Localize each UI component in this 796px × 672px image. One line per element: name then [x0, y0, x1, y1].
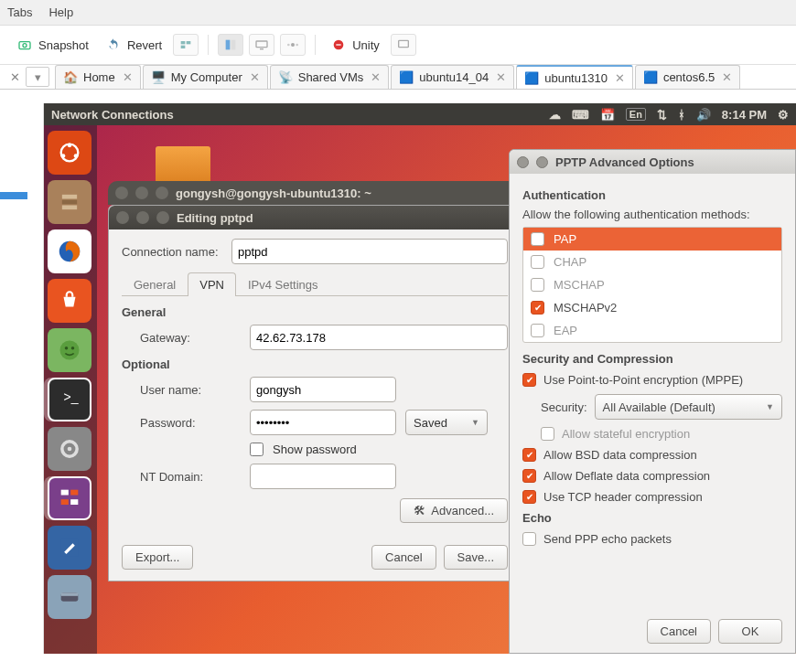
- export-button[interactable]: Export...: [122, 545, 193, 570]
- gateway-input[interactable]: [250, 325, 508, 350]
- advanced-label: Advanced...: [431, 504, 494, 517]
- auth-eap[interactable]: EAP: [523, 319, 781, 342]
- bluetooth-icon[interactable]: ᚼ: [678, 108, 685, 122]
- settings-icon[interactable]: [48, 427, 91, 471]
- bsd-checkbox[interactable]: ✔: [522, 448, 536, 462]
- software-center-icon[interactable]: [48, 279, 91, 323]
- sidebar-close-icon[interactable]: ✕: [4, 70, 26, 84]
- gear-icon[interactable]: ⚙: [778, 108, 789, 122]
- view-cycle-button[interactable]: [280, 34, 306, 56]
- deflate-checkbox[interactable]: ✔: [522, 469, 536, 483]
- window-close-icon[interactable]: [115, 187, 128, 199]
- terminal-icon[interactable]: >_: [48, 378, 91, 421]
- pptp-advanced-window: PPTP Advanced Options Authentication All…: [509, 149, 796, 654]
- window-minimize-icon[interactable]: [536, 156, 548, 168]
- adv-ok-button[interactable]: OK: [718, 619, 782, 644]
- view-fullscreen-button[interactable]: [218, 34, 243, 56]
- svg-rect-2: [181, 41, 186, 44]
- keyboard-icon[interactable]: ⌨: [572, 108, 589, 122]
- nt-domain-input[interactable]: [250, 464, 396, 489]
- window-minimize-icon[interactable]: [135, 187, 148, 199]
- close-icon[interactable]: ✕: [496, 70, 506, 84]
- stateful-checkbox[interactable]: [541, 427, 554, 441]
- auth-pap[interactable]: PAP: [523, 228, 781, 251]
- tab-mycomputer[interactable]: 🖥️ My Computer ✕: [143, 65, 268, 89]
- menu-help[interactable]: Help: [48, 5, 73, 19]
- tcp-checkbox[interactable]: ✔: [522, 490, 536, 504]
- tab-vpn[interactable]: VPN: [188, 272, 236, 296]
- password-label: Password:: [140, 416, 241, 430]
- security-combo[interactable]: All Available (Default) ▼: [595, 394, 782, 420]
- auth-mschapv2[interactable]: ✔ MSCHAPv2: [523, 296, 781, 319]
- window-maximize-icon[interactable]: [156, 211, 169, 224]
- username-input[interactable]: [250, 377, 396, 402]
- panel-title: Network Connections: [51, 108, 549, 122]
- chevron-down-icon: ▼: [766, 402, 774, 411]
- close-icon[interactable]: ✕: [615, 71, 625, 85]
- unity-launcher: >_: [44, 125, 97, 654]
- calendar-icon[interactable]: 📅: [600, 108, 615, 122]
- vm-icon: 🟦: [643, 70, 658, 85]
- cancel-button[interactable]: Cancel: [371, 545, 436, 570]
- password-storage-combo[interactable]: Saved ▼: [405, 410, 488, 435]
- auth-mschap[interactable]: MSCHAP: [523, 273, 781, 296]
- adv-cancel-button[interactable]: Cancel: [647, 619, 711, 644]
- window-maximize-icon[interactable]: [156, 187, 168, 199]
- network-icon[interactable]: ⇅: [657, 108, 667, 122]
- tab-home[interactable]: 🏠 Home ✕: [55, 65, 141, 89]
- echo-checkbox[interactable]: [522, 532, 536, 546]
- optional-heading: Optional: [122, 357, 508, 371]
- close-icon[interactable]: ✕: [250, 70, 260, 84]
- tab-ubuntu1310-label: ubuntu1310: [544, 71, 608, 85]
- connection-name-input[interactable]: [231, 239, 508, 264]
- tab-ipv4[interactable]: IPv4 Settings: [236, 272, 330, 296]
- vm-tabbar: ✕ ▾ 🏠 Home ✕ 🖥️ My Computer ✕ 📡 Shared V…: [0, 65, 796, 90]
- show-password-checkbox[interactable]: [250, 443, 264, 456]
- tab-scroll-button[interactable]: ▾: [26, 67, 49, 87]
- edit-connection-window: Editing pptpd Connection name: General V…: [108, 205, 522, 581]
- tab-general[interactable]: General: [122, 272, 188, 296]
- window-minimize-icon[interactable]: [136, 211, 149, 224]
- drive-icon[interactable]: [48, 575, 91, 619]
- window-close-icon[interactable]: [116, 211, 129, 224]
- files-icon[interactable]: [48, 180, 91, 224]
- close-icon[interactable]: ✕: [722, 70, 732, 84]
- save-button[interactable]: Save...: [444, 545, 508, 570]
- svg-rect-32: [61, 499, 69, 505]
- edit-title: Editing pptpd: [177, 211, 253, 225]
- network-settings-icon[interactable]: [48, 476, 91, 520]
- close-icon[interactable]: ✕: [371, 70, 381, 84]
- vm-icon: 🟦: [524, 70, 539, 85]
- advanced-button[interactable]: 🛠 Advanced...: [400, 498, 508, 523]
- clock[interactable]: 8:14 PM: [722, 108, 767, 122]
- auth-chap[interactable]: CHAP: [523, 251, 781, 273]
- window-close-icon[interactable]: [517, 156, 529, 168]
- bsd-label: Allow BSD data compression: [543, 448, 697, 462]
- close-icon[interactable]: ✕: [123, 70, 133, 84]
- view-console-button[interactable]: [249, 34, 274, 56]
- language-indicator[interactable]: En: [626, 108, 646, 121]
- unity-button[interactable]: Unity: [325, 33, 385, 57]
- password-input[interactable]: [250, 410, 396, 435]
- volume-icon[interactable]: 🔊: [696, 108, 711, 122]
- mppe-checkbox[interactable]: ✔: [522, 373, 536, 387]
- firefox-icon[interactable]: [48, 229, 91, 273]
- advanced-titlebar: PPTP Advanced Options: [510, 150, 795, 174]
- wrench-icon: 🛠: [414, 504, 425, 517]
- svg-point-23: [60, 341, 80, 360]
- snapshot-button[interactable]: Snapshot: [11, 33, 94, 57]
- software-updater-icon[interactable]: ☁: [549, 108, 561, 122]
- status-icon[interactable]: [48, 328, 91, 372]
- menu-tabs[interactable]: Tabs: [7, 5, 32, 19]
- text-editor-icon[interactable]: [48, 526, 91, 570]
- view-thumbnail-button[interactable]: [391, 34, 416, 56]
- tab-shared[interactable]: 📡 Shared VMs ✕: [270, 65, 390, 89]
- tab-centos[interactable]: 🟦 centos6.5 ✕: [635, 65, 740, 89]
- host-menubar: Tabs Help: [0, 0, 796, 26]
- dash-icon[interactable]: [48, 131, 91, 175]
- revert-button[interactable]: Revert: [100, 33, 167, 57]
- tab-ubuntu14[interactable]: 🟦 ubuntu14_04 ✕: [391, 65, 514, 89]
- tab-ubuntu1310[interactable]: 🟦 ubuntu1310 ✕: [516, 65, 633, 89]
- checkbox-icon: [531, 255, 544, 269]
- snapshot-manager-button[interactable]: [173, 34, 199, 56]
